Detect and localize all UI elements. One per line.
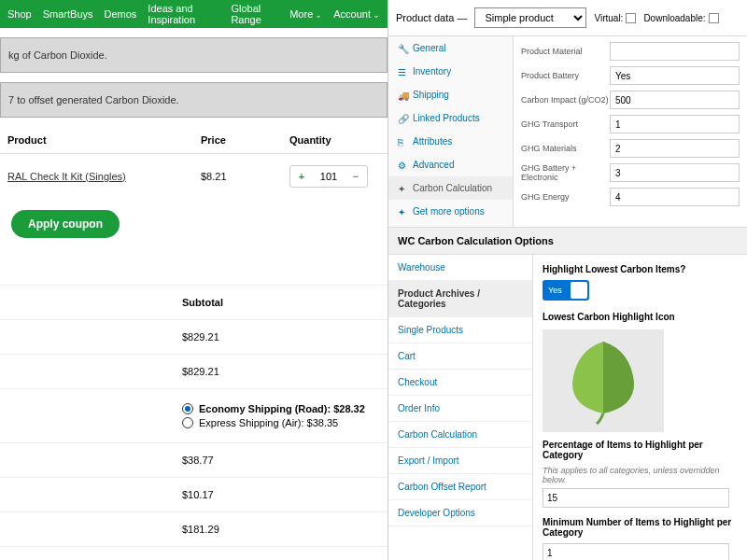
total-row: $10.17 bbox=[0, 477, 388, 511]
col-product: Product bbox=[0, 134, 201, 146]
opt-tab-cart[interactable]: Cart bbox=[388, 343, 532, 370]
field-label: GHG Transport bbox=[521, 119, 610, 129]
virtual-checkbox[interactable] bbox=[626, 13, 636, 23]
quantity-stepper[interactable]: + 101 − bbox=[289, 165, 368, 188]
carbon-banner-2: 7 to offset generated Carbon Dioxide. bbox=[0, 82, 388, 118]
highlight-toggle[interactable]: Yes bbox=[543, 280, 589, 301]
product-data-label: Product data — bbox=[396, 12, 467, 23]
opt-tab-export[interactable]: Export / Import bbox=[388, 448, 532, 474]
nav-demos[interactable]: Demos bbox=[105, 8, 137, 20]
product-fields: Product Material Product Battery Carbon … bbox=[514, 36, 747, 227]
list-icon: ☰ bbox=[398, 67, 407, 77]
plus-icon: ✦ bbox=[398, 207, 407, 217]
apply-coupon-button[interactable]: Apply coupon bbox=[11, 210, 120, 238]
tab-more[interactable]: ✦Get more options bbox=[388, 200, 513, 223]
opt-tab-checkout[interactable]: Checkout bbox=[388, 370, 532, 396]
total-row: $181.29 bbox=[0, 511, 388, 546]
carbon-impact-input[interactable] bbox=[610, 91, 740, 109]
total-row: $38.77 bbox=[0, 442, 388, 477]
radio-economy[interactable] bbox=[182, 403, 193, 414]
opt-tab-order[interactable]: Order Info bbox=[388, 396, 532, 422]
leaf-icon bbox=[561, 337, 645, 426]
tab-attributes[interactable]: ⎘Attributes bbox=[388, 130, 513, 153]
ghg-energy-input[interactable] bbox=[610, 188, 740, 206]
chevron-down-icon: ⌄ bbox=[373, 10, 380, 20]
pct-help: This applies to all categories, unless o… bbox=[543, 466, 738, 484]
ghg-materials-input[interactable] bbox=[610, 139, 740, 158]
total-row: $829.21 bbox=[0, 319, 388, 354]
icon-label: Lowest Carbon Highlight Icon bbox=[543, 312, 738, 322]
product-tabs: 🔧General ☰Inventory 🚚Shipping 🔗Linked Pr… bbox=[388, 36, 514, 227]
options-header: WC Carbon Calculation Options bbox=[388, 228, 747, 255]
ghg-battery-input[interactable] bbox=[610, 163, 740, 182]
opt-tab-warehouse[interactable]: Warehouse bbox=[388, 255, 532, 281]
qty-value: 101 bbox=[313, 171, 345, 182]
tab-carbon[interactable]: ✦Carbon Calculation bbox=[388, 176, 513, 200]
cart-totals: Subtotal $829.21 $829.21 Economy Shippin… bbox=[0, 285, 388, 560]
leaf-icon-preview bbox=[543, 329, 664, 432]
nav-ideas[interactable]: Ideas and Inspiration bbox=[148, 3, 219, 25]
tab-advanced[interactable]: ⚙Advanced bbox=[388, 153, 513, 176]
wrench-icon: 🔧 bbox=[398, 44, 407, 53]
pct-label: Percentage of Items to Highlight per Cat… bbox=[543, 440, 738, 460]
tab-shipping[interactable]: 🚚Shipping bbox=[388, 83, 513, 106]
radio-express[interactable] bbox=[182, 417, 193, 428]
nav-more[interactable]: More⌄ bbox=[289, 8, 322, 20]
field-label: Product Battery bbox=[521, 71, 610, 80]
tag-icon: ⎘ bbox=[398, 137, 407, 147]
product-data-bar: Product data — Simple product Virtual: D… bbox=[388, 0, 747, 36]
truck-icon: 🚚 bbox=[398, 91, 407, 100]
gear-icon: ⚙ bbox=[398, 161, 407, 170]
qty-increase[interactable]: + bbox=[290, 171, 313, 182]
field-label: GHG Materials bbox=[521, 144, 610, 153]
product-battery-input[interactable] bbox=[610, 66, 740, 85]
carbon-banner-1: kg of Carbon Dioxide. bbox=[0, 37, 388, 73]
total-row: $1,087.75 bbox=[0, 546, 388, 560]
pct-input[interactable] bbox=[543, 488, 729, 508]
field-label: GHG Energy bbox=[521, 192, 610, 202]
col-qty: Quantity bbox=[289, 134, 383, 146]
nav-shop[interactable]: Shop bbox=[7, 8, 32, 20]
tab-general[interactable]: 🔧General bbox=[388, 36, 513, 60]
opt-tab-offset[interactable]: Carbon Offset Report bbox=[388, 474, 532, 500]
opt-tab-single[interactable]: Single Products bbox=[388, 317, 532, 343]
cart-header: Product Price Quantity bbox=[0, 127, 388, 154]
nav-global[interactable]: Global Range bbox=[231, 3, 278, 25]
min-input[interactable] bbox=[543, 543, 729, 560]
field-label: GHG Battery + Electronic bbox=[521, 163, 610, 182]
chevron-down-icon: ⌄ bbox=[315, 10, 322, 20]
item-price: $8.21 bbox=[201, 171, 289, 182]
options-tabs: Warehouse Product Archives / Categories … bbox=[388, 255, 533, 560]
tab-inventory[interactable]: ☰Inventory bbox=[388, 60, 513, 83]
link-icon: 🔗 bbox=[398, 114, 407, 123]
ghg-transport-input[interactable] bbox=[610, 115, 740, 133]
field-label: Carbon Impact (g/CO2) bbox=[521, 95, 610, 105]
tab-linked[interactable]: 🔗Linked Products bbox=[388, 106, 513, 130]
options-content: Highlight Lowest Carbon Items? Yes Lowes… bbox=[533, 255, 747, 560]
nav-account[interactable]: Account⌄ bbox=[333, 8, 380, 20]
shipping-options: Economy Shipping (Road): $28.32 Express … bbox=[0, 388, 388, 442]
total-row: $829.21 bbox=[0, 354, 388, 388]
qty-decrease[interactable]: − bbox=[345, 171, 367, 182]
product-link[interactable]: RAL Check It Kit (Singles) bbox=[7, 171, 126, 182]
subtotal-label: Subtotal bbox=[0, 285, 388, 319]
opt-tab-archives[interactable]: Product Archives / Categories bbox=[388, 281, 532, 317]
leaf-icon: ✦ bbox=[398, 184, 407, 193]
field-label: Product Material bbox=[521, 47, 610, 56]
min-label: Minimum Number of Items to Highlight per… bbox=[543, 517, 738, 538]
col-price: Price bbox=[201, 134, 289, 146]
top-nav: Shop SmartBuys Demos Ideas and Inspirati… bbox=[0, 0, 388, 28]
opt-tab-dev[interactable]: Developer Options bbox=[388, 500, 532, 526]
cart-row: RAL Check It Kit (Singles) $8.21 + 101 − bbox=[0, 154, 388, 199]
opt-tab-carbon[interactable]: Carbon Calculation bbox=[388, 422, 532, 448]
downloadable-checkbox[interactable] bbox=[709, 13, 719, 23]
product-type-select[interactable]: Simple product bbox=[474, 7, 586, 28]
nav-smartbuys[interactable]: SmartBuys bbox=[43, 8, 93, 20]
highlight-label: Highlight Lowest Carbon Items? bbox=[543, 264, 738, 274]
product-material-input[interactable] bbox=[610, 42, 740, 61]
